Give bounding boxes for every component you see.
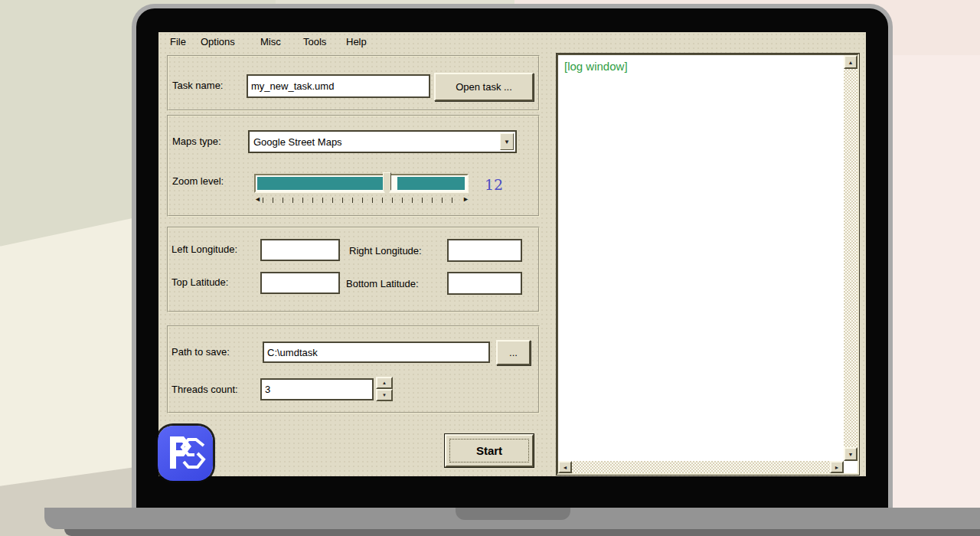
zoom-slider[interactable] — [254, 174, 469, 193]
laptop-base-bottom — [64, 529, 980, 536]
bottom-latitude-label: Bottom Latitude: — [346, 278, 419, 289]
left-longitude-input[interactable] — [260, 239, 340, 261]
spin-down-icon: ▼ — [382, 393, 387, 397]
pc-watermark-logo — [158, 426, 213, 481]
log-window[interactable]: [log window] ▲ ▼ ◄ ► — [557, 54, 859, 475]
task-name-label: Task name: — [172, 80, 223, 91]
right-longitude-label: Right Longitude: — [349, 245, 422, 257]
start-button-focus-ring — [449, 439, 529, 462]
scroll-right-button[interactable]: ► — [830, 461, 844, 473]
menu-help[interactable]: Help — [346, 36, 367, 47]
log-vertical-scrollbar[interactable]: ▲ ▼ — [844, 55, 858, 461]
menu-options[interactable]: Options — [201, 36, 235, 47]
zoom-slider-ticks — [263, 198, 460, 203]
zoom-level-value: 12 — [485, 176, 503, 193]
log-text: [log window] — [564, 60, 628, 73]
maps-type-selected: Google Street Maps — [250, 136, 515, 148]
zoom-slider-fill-left — [257, 177, 384, 190]
scroll-up-button[interactable]: ▲ — [844, 55, 858, 69]
top-latitude-label: Top Latitude: — [172, 276, 228, 288]
combo-dropdown-icon[interactable]: ▼ — [500, 133, 514, 150]
scroll-down-button[interactable]: ▼ — [844, 447, 858, 461]
tick-right-arrow-icon: ► — [462, 195, 469, 203]
scroll-left-icon: ◄ — [563, 465, 568, 470]
app-window: File Options Misc Tools Help Task name: … — [158, 32, 866, 476]
scroll-left-button[interactable]: ◄ — [558, 461, 572, 473]
top-latitude-input[interactable] — [260, 272, 340, 294]
zoom-level-label: Zoom level: — [172, 175, 224, 187]
browse-path-button[interactable]: ... — [496, 340, 531, 365]
tick-left-arrow-icon: ◄ — [254, 195, 261, 203]
scroll-down-icon: ▼ — [848, 452, 854, 457]
threads-spin-down-button[interactable]: ▼ — [376, 389, 393, 401]
maps-type-combobox[interactable]: Google Street Maps ▼ — [248, 130, 517, 153]
right-longitude-input[interactable] — [447, 239, 522, 262]
scroll-up-icon: ▲ — [848, 60, 854, 65]
left-longitude-label: Left Longitude: — [172, 243, 237, 255]
zoom-slider-fill-right — [397, 177, 465, 190]
menu-bar: File Options Misc Tools Help — [158, 32, 866, 52]
spin-up-icon: ▲ — [382, 381, 387, 385]
menu-file[interactable]: File — [170, 36, 186, 47]
pc-logo-graphic — [158, 426, 213, 481]
log-horizontal-scrollbar[interactable]: ◄ ► — [558, 461, 844, 473]
menu-misc[interactable]: Misc — [260, 36, 281, 47]
threads-spin-up-button[interactable]: ▲ — [376, 377, 393, 389]
task-name-input[interactable] — [247, 74, 430, 98]
threads-count-input[interactable] — [260, 378, 374, 400]
laptop-notch — [456, 508, 570, 520]
threads-count-label: Threads count: — [172, 384, 238, 395]
open-task-button[interactable]: Open task ... — [434, 73, 534, 101]
maps-type-label: Maps type: — [172, 136, 221, 147]
path-to-save-label: Path to save: — [172, 346, 230, 358]
menu-tools[interactable]: Tools — [303, 36, 326, 47]
bottom-latitude-input[interactable] — [447, 272, 522, 295]
path-to-save-input[interactable] — [263, 342, 490, 363]
scroll-right-icon: ► — [835, 465, 840, 470]
start-button[interactable]: Start — [445, 434, 534, 467]
